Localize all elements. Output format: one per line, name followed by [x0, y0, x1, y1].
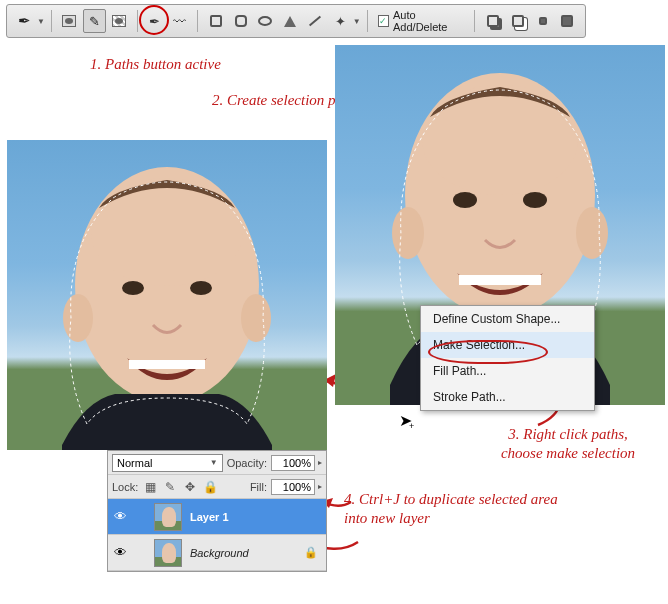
blend-mode-select[interactable]: Normal ▼: [112, 454, 223, 472]
dropdown-icon[interactable]: ▼: [353, 17, 361, 26]
opacity-value: 100%: [283, 457, 311, 469]
paths-button[interactable]: ✎: [83, 9, 106, 33]
separator: [474, 10, 475, 32]
svg-point-2: [392, 207, 424, 259]
lock-all-icon[interactable]: 🔒: [202, 479, 218, 495]
svg-point-11: [122, 281, 144, 295]
annotation-1: 1. Paths button active: [90, 56, 221, 73]
layers-blend-row: Normal ▼ Opacity: 100% ▸: [108, 451, 326, 475]
lock-position-icon[interactable]: ✥: [182, 479, 198, 495]
rounded-rectangle-shape-icon[interactable]: [229, 9, 252, 33]
combine-exclude-icon[interactable]: [556, 9, 579, 33]
layer-thumbnail[interactable]: [154, 539, 182, 567]
polygon-shape-icon[interactable]: [279, 9, 302, 33]
context-menu: Define Custom Shape... Make Selection...…: [420, 305, 595, 411]
separator: [51, 10, 52, 32]
pen-add-icon[interactable]: ✒: [143, 9, 166, 33]
layers-lock-row: Lock: ▦ ✎ ✥ 🔒 Fill: 100% ▸: [108, 475, 326, 499]
separator: [137, 10, 138, 32]
separator: [367, 10, 368, 32]
pen-tool-icon[interactable]: ✒: [13, 9, 36, 33]
layer-name[interactable]: Background: [186, 547, 304, 559]
combine-intersect-icon[interactable]: [531, 9, 554, 33]
auto-add-delete-label: Auto Add/Delete: [393, 9, 468, 33]
svg-point-8: [91, 178, 243, 286]
ctx-make-selection[interactable]: Make Selection...: [421, 332, 594, 358]
options-bar: ✒ ▼ ✎ ✒ 〰 ✦ ▼ ✓ Auto Add/Delete: [6, 4, 586, 38]
svg-rect-13: [129, 360, 205, 369]
opacity-field[interactable]: 100%: [271, 455, 315, 471]
ctx-define-custom-shape[interactable]: Define Custom Shape...: [421, 306, 594, 332]
fill-label: Fill:: [250, 481, 267, 493]
ellipse-shape-icon[interactable]: [254, 9, 277, 33]
auto-add-delete-checkbox[interactable]: ✓ Auto Add/Delete: [378, 9, 469, 33]
layer-name[interactable]: Layer 1: [186, 511, 326, 523]
layers-panel: Normal ▼ Opacity: 100% ▸ Lock: ▦ ✎ ✥ 🔒 F…: [107, 450, 327, 572]
lock-label: Lock:: [112, 481, 138, 493]
dropdown-icon: ▼: [210, 458, 218, 467]
annotation-3: 3. Right click paths, choose make select…: [488, 425, 648, 463]
combine-add-icon[interactable]: [481, 9, 504, 33]
svg-point-3: [576, 207, 608, 259]
dropdown-icon[interactable]: ▼: [37, 17, 45, 26]
svg-point-1: [422, 85, 578, 195]
fill-field[interactable]: 100%: [271, 479, 315, 495]
checkmark-icon: ✓: [378, 15, 389, 27]
lock-icon: 🔒: [304, 546, 318, 559]
shape-layers-button[interactable]: [58, 9, 81, 33]
svg-rect-6: [459, 275, 541, 285]
svg-point-9: [63, 294, 93, 342]
visibility-toggle-icon[interactable]: 👁: [108, 509, 132, 524]
cursor-icon: ➤+: [399, 411, 417, 430]
svg-point-5: [523, 192, 547, 208]
layer-row-layer1[interactable]: 👁 Layer 1: [108, 499, 326, 535]
visibility-toggle-icon[interactable]: 👁: [108, 545, 132, 560]
custom-shape-icon[interactable]: ✦: [329, 9, 352, 33]
fill-value: 100%: [283, 481, 311, 493]
separator: [197, 10, 198, 32]
annotation-4: 4. Ctrl+J to duplicate selected area int…: [344, 490, 564, 528]
layer-row-background[interactable]: 👁 Background 🔒: [108, 535, 326, 571]
blend-mode-value: Normal: [117, 457, 152, 469]
svg-point-10: [241, 294, 271, 342]
freeform-pen-icon[interactable]: 〰: [168, 9, 191, 33]
layer-thumbnail[interactable]: [154, 503, 182, 531]
lock-transparent-icon[interactable]: ▦: [142, 479, 158, 495]
ctx-stroke-path[interactable]: Stroke Path...: [421, 384, 594, 410]
dropdown-icon[interactable]: ▸: [318, 458, 322, 467]
opacity-label: Opacity:: [227, 457, 267, 469]
photo-left: [7, 140, 327, 450]
fill-pixels-button[interactable]: [108, 9, 131, 33]
rectangle-shape-icon[interactable]: [204, 9, 227, 33]
dropdown-icon[interactable]: ▸: [318, 482, 322, 491]
combine-subtract-icon[interactable]: [506, 9, 529, 33]
lock-image-icon[interactable]: ✎: [162, 479, 178, 495]
svg-point-12: [190, 281, 212, 295]
line-shape-icon[interactable]: [304, 9, 327, 33]
svg-point-4: [453, 192, 477, 208]
ctx-fill-path[interactable]: Fill Path...: [421, 358, 594, 384]
